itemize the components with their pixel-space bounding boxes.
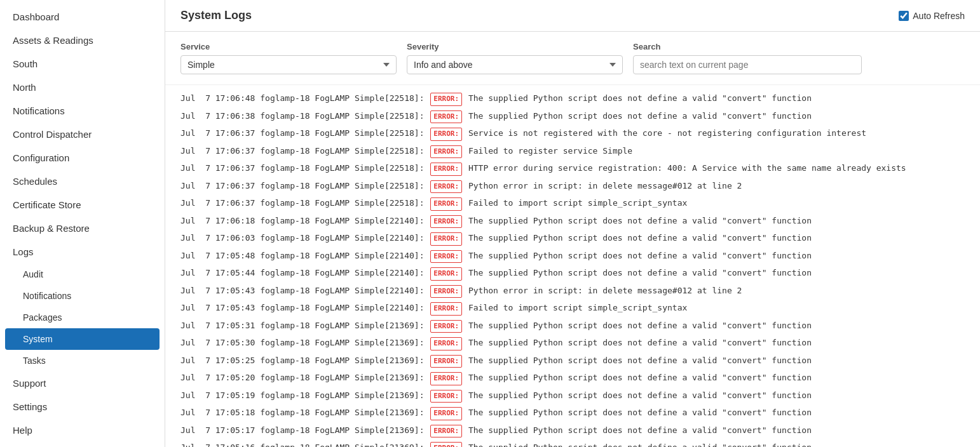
main-content: System Logs Auto Refresh Service All Sim… [165, 0, 980, 447]
error-badge: ERROR: [430, 197, 462, 211]
log-line: Jul 7 17:05:17 foglamp-18 FogLAMP Simple… [180, 422, 965, 440]
sidebar-item-assets-readings[interactable]: Assets & Readings [0, 29, 165, 52]
sidebar-item-label: Notifications [13, 105, 65, 116]
error-badge: ERROR: [430, 442, 462, 447]
error-badge: ERROR: [430, 372, 462, 385]
log-line: Jul 7 17:06:37 foglamp-18 FogLAMP Simple… [180, 125, 965, 143]
error-badge: ERROR: [430, 285, 462, 298]
sidebar-item-configuration[interactable]: Configuration [0, 146, 165, 170]
log-line: Jul 7 17:06:37 foglamp-18 FogLAMP Simple… [180, 143, 965, 161]
log-line: Jul 7 17:06:37 foglamp-18 FogLAMP Simple… [180, 160, 965, 178]
sidebar: Dashboard Assets & Readings South North … [0, 0, 165, 447]
error-badge: ERROR: [430, 390, 462, 403]
error-badge: ERROR: [430, 320, 462, 333]
sidebar-item-logs[interactable]: Logs [0, 240, 165, 264]
error-badge: ERROR: [430, 302, 462, 316]
sidebar-sub-item-audit[interactable]: Audit [0, 264, 165, 285]
service-filter-label: Service [180, 42, 397, 51]
sidebar-sub-item-label: System [23, 334, 53, 344]
service-filter-group: Service All Simple FogLAMP [180, 42, 397, 74]
log-line: Jul 7 17:05:25 foglamp-18 FogLAMP Simple… [180, 352, 965, 370]
search-filter-label: Search [633, 42, 862, 51]
auto-refresh-toggle[interactable]: Auto Refresh [899, 11, 965, 21]
log-line: Jul 7 17:06:18 foglamp-18 FogLAMP Simple… [180, 213, 965, 230]
log-content: Jul 7 17:06:48 foglamp-18 FogLAMP Simple… [165, 85, 980, 447]
error-badge: ERROR: [430, 425, 462, 438]
log-line: Jul 7 17:05:48 foglamp-18 FogLAMP Simple… [180, 248, 965, 265]
sidebar-item-label: Settings [13, 401, 47, 412]
severity-filter-group: Severity All Debug Info and above Warnin… [407, 42, 623, 74]
search-filter-group: Search [633, 42, 862, 74]
error-badge: ERROR: [430, 93, 462, 106]
sidebar-item-label: Support [13, 378, 46, 389]
auto-refresh-checkbox[interactable] [899, 11, 909, 21]
search-input[interactable] [633, 55, 862, 74]
log-line: Jul 7 17:06:48 foglamp-18 FogLAMP Simple… [180, 90, 965, 108]
sidebar-item-help[interactable]: Help [0, 418, 165, 442]
sidebar-item-support[interactable]: Support [0, 371, 165, 395]
sidebar-item-backup-restore[interactable]: Backup & Restore [0, 217, 165, 240]
error-badge: ERROR: [430, 163, 462, 176]
log-line: Jul 7 17:05:20 foglamp-18 FogLAMP Simple… [180, 370, 965, 387]
log-line: Jul 7 17:06:03 foglamp-18 FogLAMP Simple… [180, 230, 965, 248]
sidebar-sub-item-tasks[interactable]: Tasks [0, 350, 165, 371]
sidebar-item-settings[interactable]: Settings [0, 395, 165, 418]
sidebar-item-dashboard[interactable]: Dashboard [0, 5, 165, 29]
sidebar-sub-item-label: Packages [23, 312, 62, 323]
sidebar-item-label: Control Dispatcher [13, 129, 92, 140]
sidebar-item-label: South [13, 58, 37, 69]
log-line: Jul 7 17:05:43 foglamp-18 FogLAMP Simple… [180, 283, 965, 300]
error-badge: ERROR: [430, 128, 462, 141]
sidebar-item-control-dispatcher[interactable]: Control Dispatcher [0, 123, 165, 146]
sidebar-item-label: Help [13, 425, 32, 436]
log-line: Jul 7 17:05:31 foglamp-18 FogLAMP Simple… [180, 317, 965, 335]
sidebar-item-label: Logs [13, 246, 34, 257]
error-badge: ERROR: [430, 145, 462, 159]
log-line: Jul 7 17:05:43 foglamp-18 FogLAMP Simple… [180, 300, 965, 317]
sidebar-sub-item-packages[interactable]: Packages [0, 307, 165, 328]
log-line: Jul 7 17:05:30 foglamp-18 FogLAMP Simple… [180, 335, 965, 352]
sidebar-sub-item-system[interactable]: System [5, 328, 160, 350]
sidebar-item-north[interactable]: North [0, 76, 165, 99]
log-line: Jul 7 17:05:44 foglamp-18 FogLAMP Simple… [180, 265, 965, 283]
sidebar-item-notifications[interactable]: Notifications [0, 99, 165, 123]
sidebar-item-label: Schedules [13, 176, 57, 187]
log-line: Jul 7 17:06:37 foglamp-18 FogLAMP Simple… [180, 178, 965, 196]
sidebar-item-schedules[interactable]: Schedules [0, 170, 165, 193]
log-line: Jul 7 17:05:19 foglamp-18 FogLAMP Simple… [180, 387, 965, 405]
log-line: Jul 7 17:06:37 foglamp-18 FogLAMP Simple… [180, 195, 965, 213]
sidebar-item-label: North [13, 82, 36, 93]
sidebar-item-label: Certificate Store [13, 199, 81, 210]
error-badge: ERROR: [430, 110, 462, 124]
error-badge: ERROR: [430, 407, 462, 420]
severity-filter-label: Severity [407, 42, 623, 51]
error-badge: ERROR: [430, 355, 462, 368]
error-badge: ERROR: [430, 180, 462, 194]
sidebar-item-label: Dashboard [13, 11, 59, 22]
log-line: Jul 7 17:05:18 foglamp-18 FogLAMP Simple… [180, 404, 965, 422]
sidebar-item-certificate-store[interactable]: Certificate Store [0, 193, 165, 217]
sidebar-sub-item-label: Audit [23, 269, 43, 279]
sidebar-item-label: Configuration [13, 152, 69, 163]
error-badge: ERROR: [430, 250, 462, 264]
error-badge: ERROR: [430, 267, 462, 281]
error-badge: ERROR: [430, 215, 462, 229]
sidebar-sub-item-label: Notifications [23, 291, 71, 301]
error-badge: ERROR: [430, 232, 462, 246]
severity-filter-select[interactable]: All Debug Info and above Warning Error [407, 55, 623, 74]
sidebar-sub-item-label: Tasks [23, 356, 46, 366]
log-line: Jul 7 17:06:38 foglamp-18 FogLAMP Simple… [180, 108, 965, 126]
page-title: System Logs [180, 9, 252, 22]
sidebar-item-label: Backup & Restore [13, 223, 90, 234]
page-header: System Logs Auto Refresh [165, 0, 980, 32]
sidebar-item-south[interactable]: South [0, 52, 165, 76]
log-line: Jul 7 17:05:16 foglamp-18 FogLAMP Simple… [180, 439, 965, 447]
error-badge: ERROR: [430, 337, 462, 350]
auto-refresh-label-text: Auto Refresh [913, 11, 965, 21]
sidebar-sub-item-notifications[interactable]: Notifications [0, 285, 165, 307]
service-filter-select[interactable]: All Simple FogLAMP [180, 55, 397, 74]
sidebar-item-label: Assets & Readings [13, 35, 93, 46]
filters-bar: Service All Simple FogLAMP Severity All … [165, 32, 980, 85]
